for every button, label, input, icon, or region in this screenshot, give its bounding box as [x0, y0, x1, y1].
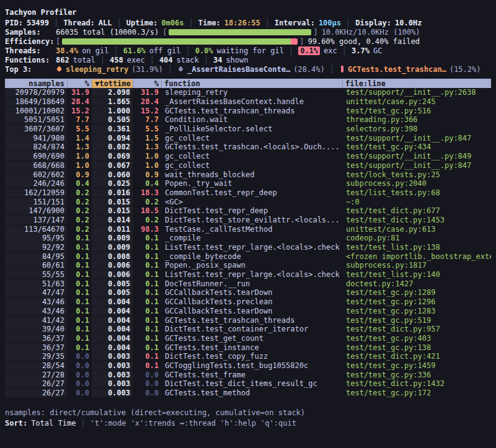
bar-left-bracket: [ [162, 28, 167, 37]
direct-pct-cell: 28.4 [67, 97, 92, 106]
cumulative-pct-cell: 0.1 [133, 234, 161, 242]
direct-pct-cell: 31.9 [67, 88, 92, 97]
file-line-cell: test/test_dict.py:957 [342, 325, 491, 333]
nsamples-cell: 36/37 [5, 343, 67, 352]
cumulative-pct-cell: 28.4 [133, 97, 161, 106]
column-header-direct-pct[interactable]: % [67, 79, 92, 88]
function-cell: GCCallbackTests.tearDown [161, 288, 342, 297]
table-row: 41/420.10.0040.1GCTests.test_trashcan_th… [5, 315, 491, 325]
direct-pct-cell: 0.1 [67, 252, 92, 261]
cumulative-pct-cell: 1.5 [133, 134, 161, 143]
tottime-cell: 0.067 [92, 161, 133, 170]
top-function-2-pct: (28.4%) [293, 65, 325, 74]
nsamples-cell: 668/668 [5, 161, 67, 170]
function-cell: DocTestRunner.__run [161, 279, 342, 288]
table-row: 668/6681.00.0671.0gc_collecttest/support… [5, 161, 491, 170]
function-cell: DictTest.test_repr_deep [161, 206, 342, 215]
cumulative-pct-cell: 10.5 [133, 206, 161, 215]
thread-value[interactable]: ALL [99, 19, 112, 27]
cumulative-pct-cell: 0.0 [133, 379, 161, 388]
separator: │ [330, 65, 334, 74]
table-row: 43/460.10.0040.1GCCallbackTests.preclean… [5, 297, 491, 307]
table-row: 246/2460.40.0250.4Popen._try_waitsubproc… [5, 179, 491, 188]
functions-shown-count: 34 [213, 56, 222, 64]
display-label: Display: [355, 19, 391, 27]
tottime-cell: 0.003 [92, 361, 133, 370]
cumulative-pct-cell: 0.1 [133, 288, 161, 297]
cumulative-pct-cell: 0.1 [133, 361, 161, 370]
column-header-file-line[interactable]: file:line [342, 79, 491, 88]
function-cell: DictTest.test_store_evilattr.<locals... [161, 216, 342, 224]
cumulative-pct-cell: 0.1 [133, 307, 161, 315]
tottime-cell: 0.004 [92, 307, 133, 315]
direct-pct-cell: 0.1 [67, 334, 92, 343]
cumulative-pct-cell: 7.7 [133, 115, 161, 124]
direct-pct-cell: 0.1 [67, 297, 92, 306]
top-function-1-name[interactable]: sleeping_retry [66, 65, 128, 74]
file-line-cell: test/test_gc.py:138 [342, 343, 491, 352]
tottime-cell: 0.361 [92, 125, 133, 133]
file-line-cell: subprocess.py:2040 [342, 179, 491, 188]
cumulative-pct-cell: 0.9 [133, 170, 161, 179]
column-header-cumulative-pct[interactable]: % [133, 79, 161, 88]
cumulative-pct-cell: 0.1 [133, 243, 161, 252]
nsamples-cell: 941/980 [5, 134, 67, 143]
efficiency-line: Efficiency: [ ] 99.60% good, 0.40% faile… [5, 37, 491, 46]
threads-off-gil-name: off gil [149, 46, 181, 55]
threads-exc-name: exc [324, 46, 337, 55]
nsamples-cell: 602/602 [5, 170, 67, 179]
function-cell: DictTest.test_copy_fuzz [161, 352, 342, 361]
cumulative-pct-cell: 1.0 [133, 161, 161, 170]
functions-total-name: total [73, 56, 95, 64]
direct-pct-cell: 15.2 [67, 107, 92, 115]
top-function-3-name[interactable]: GCTests.test_trashcan… [348, 65, 446, 74]
nsamples-cell: 824/874 [5, 143, 67, 151]
cumulative-pct-cell: 0.1 [133, 279, 161, 288]
nsamples-cell: 690/690 [5, 152, 67, 160]
threads-gc-value: 3.7% [352, 46, 370, 55]
tottime-cell: 0.006 [92, 261, 133, 270]
table-row: 151/1510.20.0150.2<GC>~:0 [5, 197, 491, 206]
table-row: 36/370.10.0040.1GCTests.test_instancetes… [5, 343, 491, 352]
cumulative-pct-cell: 0.1 [133, 334, 161, 343]
profile-table-body: 20978/2097931.92.09831.9sleeping_retryte… [5, 88, 491, 397]
efficiency-summary: 99.60% good, 0.40% failed [308, 37, 420, 46]
file-line-cell: test/support/__init__.py:847 [342, 134, 491, 143]
threads-line: Threads: 38.4% on gil │ 61.6% off gil │ … [5, 46, 491, 55]
table-row: 36/370.10.0040.1GCTests.test_get_countte… [5, 334, 491, 343]
file-line-cell: codeop.py:81 [342, 234, 491, 242]
file-line-cell: test/support/__init__.py:2638 [342, 88, 491, 97]
samples-line: Samples: 66035 total (10000.3/s) [ ] 10.… [5, 27, 491, 37]
functions-exec-name: exec [127, 56, 145, 64]
bar-left-bracket: [ [56, 37, 60, 46]
file-line-cell: test/test_gc.py:1459 [342, 361, 491, 370]
column-header-function[interactable]: function [161, 79, 342, 88]
function-cell: DictTest.test_container_iterator [161, 325, 342, 333]
column-header-tottime[interactable]: ▼tottime [92, 79, 133, 88]
function-cell: Condition.wait [161, 115, 342, 124]
uptime-value: 0m06s [161, 19, 184, 27]
tottime-cell: 1.865 [92, 97, 133, 106]
top3-label: Top 3: [5, 65, 56, 74]
tottime-cell: 0.015 [92, 198, 133, 206]
efficiency-bar-fail [291, 38, 298, 45]
table-row: 20978/2097931.92.09831.9sleeping_retryte… [5, 88, 491, 97]
interval-value: 100μs [319, 19, 341, 27]
separator: │ [265, 19, 270, 27]
direct-pct-cell: 0.0 [67, 389, 92, 397]
column-header-nsamples[interactable]: nsamples [5, 79, 67, 88]
direct-pct-cell: 0.4 [67, 179, 92, 188]
function-cell: <GC> [161, 198, 342, 206]
top-function-2-name[interactable]: _AssertRaisesBaseConte… [187, 65, 290, 74]
nsamples-cell: 20978/20979 [5, 88, 67, 97]
threads-on-gil-value: 38.4% [56, 46, 78, 55]
nsamples-cell: 29/35 [5, 352, 67, 361]
direct-pct-cell: 7.7 [67, 115, 92, 124]
function-cell: _compile_bytecode [161, 252, 342, 261]
tottime-cell: 0.006 [92, 270, 133, 279]
file-line-cell: test/test_list.py:138 [342, 243, 491, 252]
functions-stack-count: 404 [159, 56, 173, 64]
tottime-cell: 0.004 [92, 343, 133, 352]
direct-pct-cell: 0.1 [67, 243, 92, 252]
table-row: 5051/50517.70.5057.7Condition.waitthread… [5, 115, 491, 125]
